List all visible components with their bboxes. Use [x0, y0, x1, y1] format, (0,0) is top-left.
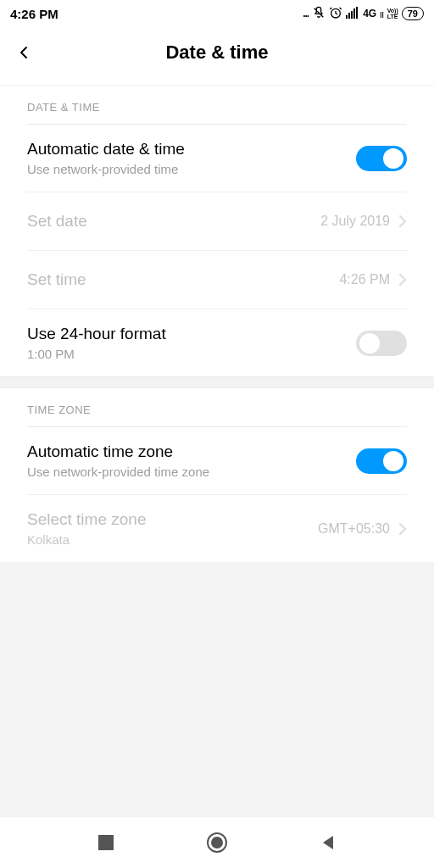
toggle-auto-timezone[interactable]	[356, 448, 407, 474]
svg-rect-3	[351, 11, 353, 19]
status-time: 4:26 PM	[10, 7, 58, 21]
battery-indicator: 79	[402, 7, 424, 20]
toggle-24hour[interactable]	[356, 331, 407, 356]
status-bar: 4:26 PM ... 4G || Vo))LTE 79	[0, 0, 434, 27]
more-icon: ...	[303, 8, 309, 19]
chevron-right-icon	[398, 214, 407, 228]
home-button[interactable]	[203, 829, 231, 856]
svg-rect-6	[98, 835, 114, 850]
row-auto-timezone[interactable]: Automatic time zone Use network-provided…	[0, 427, 434, 494]
svg-rect-5	[356, 7, 358, 19]
row-title: Set time	[27, 270, 86, 289]
row-subtitle: Kolkata	[27, 532, 146, 547]
chevron-right-icon	[398, 522, 407, 536]
network-label: 4G	[363, 8, 376, 19]
row-value: 2 July 2019	[320, 214, 390, 229]
chevron-right-icon	[398, 273, 407, 287]
row-set-time: Set time 4:26 PM	[0, 251, 434, 309]
row-set-date: Set date 2 July 2019	[0, 192, 434, 250]
navigation-bar	[0, 817, 434, 868]
svg-rect-1	[346, 15, 348, 19]
row-value: 4:26 PM	[339, 272, 390, 287]
back-nav-button[interactable]	[314, 829, 342, 856]
svg-rect-2	[348, 13, 350, 19]
svg-rect-4	[353, 8, 355, 19]
row-24hour-format[interactable]: Use 24-hour format 1:00 PM	[0, 309, 434, 376]
row-subtitle: Use network-provided time zone	[27, 465, 209, 479]
row-title: Automatic time zone	[27, 442, 209, 461]
row-subtitle: Use network-provided time	[27, 162, 185, 176]
dual-sim-icon: ||	[380, 11, 383, 17]
status-indicators: ... 4G || Vo))LTE 79	[303, 6, 424, 22]
recents-button[interactable]	[92, 829, 120, 856]
svg-point-8	[211, 837, 223, 849]
row-title: Set date	[27, 212, 87, 231]
empty-area	[0, 562, 434, 817]
row-title: Select time zone	[27, 510, 146, 529]
back-button[interactable]	[14, 42, 34, 63]
row-title: Automatic date & time	[27, 140, 185, 159]
row-subtitle: 1:00 PM	[27, 347, 166, 361]
page-title: Date & time	[0, 42, 434, 64]
section-gap	[0, 376, 434, 388]
signal-icon	[346, 7, 359, 21]
row-auto-datetime[interactable]: Automatic date & time Use network-provid…	[0, 125, 434, 192]
page-header: Date & time	[0, 27, 434, 78]
section-header-timezone: TIME ZONE	[0, 388, 434, 426]
alarm-icon	[329, 6, 342, 22]
row-select-timezone: Select time zone Kolkata GMT+05:30	[0, 495, 434, 562]
row-title: Use 24-hour format	[27, 325, 166, 343]
mute-icon	[312, 6, 326, 22]
volte-label: Vo))LTE	[387, 8, 398, 19]
section-header-datetime: DATE & TIME	[0, 86, 434, 124]
toggle-auto-datetime[interactable]	[356, 146, 407, 171]
row-value: GMT+05:30	[318, 521, 390, 537]
